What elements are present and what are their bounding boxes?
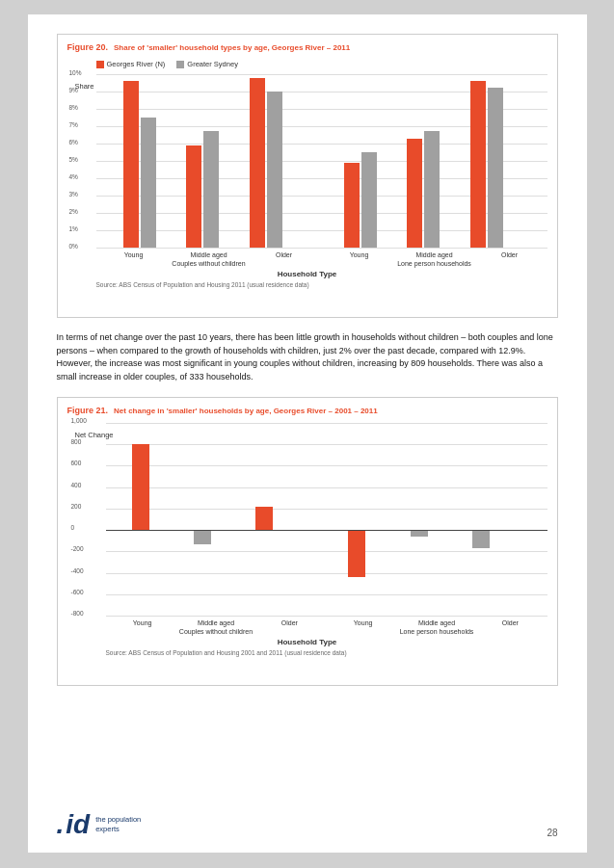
household-type-label-2: Household Type bbox=[67, 638, 547, 646]
x21-label-2: Middle aged bbox=[192, 619, 240, 626]
logo-area: . id the population experts bbox=[57, 811, 142, 838]
legend-item-1: Georges River (N) bbox=[96, 60, 166, 68]
footer: . id the population experts 28 bbox=[57, 811, 558, 838]
x-label-6: Older bbox=[486, 251, 534, 258]
figure20-title: Figure 20. bbox=[67, 42, 109, 52]
figure20-chart-area: 10%9%8%7%6%5%4%3%2%1%0% bbox=[96, 74, 547, 248]
legend-dot-gray bbox=[176, 61, 184, 68]
figure21-chart-area: 1,0008006004002000-200-400-600-800 bbox=[106, 423, 547, 616]
x21-label-5: Middle aged bbox=[413, 619, 461, 626]
legend-dot-orange bbox=[96, 61, 104, 68]
figure21-container: Figure 21. Net change in 'smaller' house… bbox=[57, 397, 558, 686]
logo-text-line1: the population bbox=[95, 815, 141, 826]
x21-label-6: Older bbox=[486, 619, 534, 626]
x21-label-4: Young bbox=[339, 619, 387, 626]
x-label-3: Older bbox=[260, 251, 308, 258]
figure20-legend: Georges River (N) Greater Sydney bbox=[96, 60, 547, 68]
household-type-label: Household Type bbox=[67, 270, 547, 278]
category-label-2: Lone person households bbox=[360, 260, 509, 267]
logo-text: the population experts bbox=[95, 815, 141, 835]
body-text: In terms of net change over the past 10 … bbox=[57, 331, 558, 383]
x-label-2: Middle aged bbox=[185, 251, 233, 258]
x21-label-3: Older bbox=[265, 619, 313, 626]
page-number: 28 bbox=[547, 828, 557, 838]
x21-label-1: Young bbox=[119, 619, 167, 626]
figure21-subtitle: Net change in 'smaller' households by ag… bbox=[114, 407, 378, 415]
figure20-x-labels: Young Middle aged Older Young Middle age… bbox=[96, 251, 547, 258]
category-label-1: Couples without children bbox=[134, 260, 283, 267]
figure21-category-labels: Couples without children Lone person hou… bbox=[106, 628, 547, 635]
cat21-label-1: Couples without children bbox=[142, 628, 291, 635]
x-label-4: Young bbox=[335, 251, 384, 258]
legend-label-1: Georges River (N) bbox=[107, 60, 166, 68]
legend-item-2: Greater Sydney bbox=[176, 60, 238, 68]
figure21-x-labels: Young Middle aged Older Young Middle age… bbox=[106, 619, 547, 626]
logo-dot-prefix: . bbox=[57, 811, 65, 838]
figure20-container: Figure 20. Share of 'smaller' household … bbox=[57, 34, 558, 318]
figure20-subtitle: Share of 'smaller' household types by ag… bbox=[114, 43, 350, 52]
x-label-1: Young bbox=[110, 251, 158, 258]
figure20-source: Source: ABS Census of Population and Hou… bbox=[96, 281, 547, 288]
cat21-label-2: Lone person households bbox=[362, 628, 512, 635]
legend-label-2: Greater Sydney bbox=[187, 60, 238, 68]
x-label-5: Middle aged bbox=[411, 251, 459, 258]
page: Figure 20. Share of 'smaller' household … bbox=[28, 14, 587, 853]
logo-id-text: id bbox=[66, 811, 90, 838]
figure20-category-labels: Couples without children Lone person hou… bbox=[96, 260, 547, 267]
figure21-title: Figure 21. bbox=[67, 406, 109, 415]
logo-text-line2: experts bbox=[95, 825, 141, 835]
figure21-source: Source: ABS Census of Population and Hou… bbox=[106, 649, 547, 656]
